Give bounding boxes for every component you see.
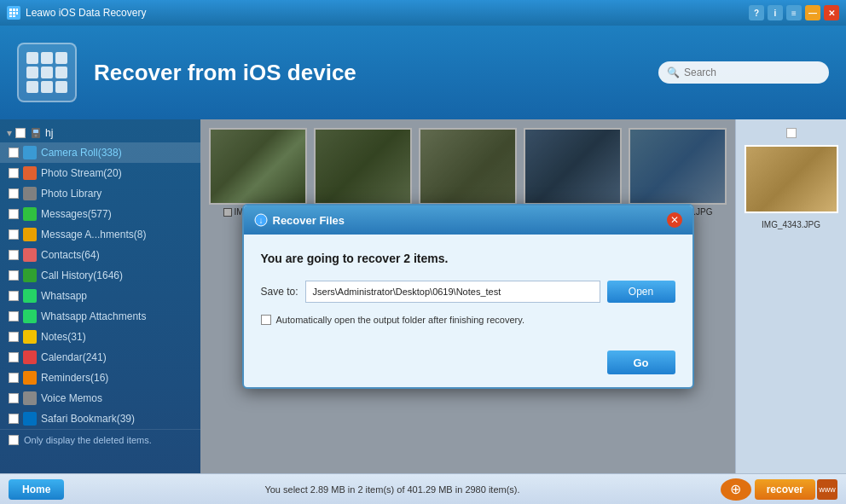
sidebar-item-voice-memos[interactable]: Voice Memos (0, 388, 200, 408)
svg-rect-7 (13, 15, 15, 17)
sidebar-item-safari-bookmark[interactable]: Safari Bookmark(39) (0, 408, 200, 429)
sidebar-item-contacts[interactable]: Contacts(64) (0, 245, 200, 265)
sidebar-item-camera-roll[interactable]: Camera Roll(338) (0, 142, 200, 163)
svg-rect-9 (33, 130, 38, 133)
sidebar: ▾ hj Camera Roll(338) Photo Stream(20) P… (0, 119, 200, 473)
contacts-icon (23, 248, 37, 262)
sidebar-label-messages: Messages(577) (41, 208, 112, 220)
sidebar-footer: Only display the deleted items. (0, 429, 200, 450)
save-path-display: Jsers\Administrator\Desktop\0619\Notes_t… (305, 281, 600, 303)
recover-area: ⊕ recover www (721, 478, 837, 501)
search-box[interactable]: 🔍 (658, 61, 829, 84)
auto-open-label: Automatically open the output folder aft… (276, 315, 524, 325)
library-icon (23, 187, 37, 200)
sidebar-item-reminders[interactable]: Reminders(16) (0, 368, 200, 388)
bottom-bar: Home You select 2.89 MB in 2 item(s) of … (0, 473, 846, 504)
calendar-icon (23, 350, 37, 364)
sidebar-item-whatsapp-attachments[interactable]: Whatsapp Attachments (0, 306, 200, 327)
sidebar-item-message-attachments[interactable]: Message A...hments(8) (0, 224, 200, 245)
sidebar-label-whatsapp: Whatsapp (41, 290, 87, 302)
right-panel-checkbox[interactable] (786, 128, 797, 138)
sidebar-item-messages[interactable]: Messages(577) (0, 204, 200, 224)
sidebar-item-calendar[interactable]: Calendar(241) (0, 347, 200, 368)
svg-point-10 (35, 135, 38, 137)
messages-icon (23, 207, 37, 221)
sidebar-item-whatsapp[interactable]: Whatsapp (0, 286, 200, 306)
msg-att-icon (23, 228, 37, 241)
recover-files-modal: ↓ Recover Files ✕ You are going to recov… (242, 204, 694, 389)
header-icon-box (17, 43, 77, 102)
sidebar-item-photo-stream[interactable]: Photo Stream(20) (0, 163, 200, 183)
svg-rect-3 (9, 12, 12, 14)
main-area: ▾ hj Camera Roll(338) Photo Stream(20) P… (0, 119, 846, 473)
notes-icon (23, 330, 37, 344)
svg-rect-5 (16, 12, 18, 14)
recover-button[interactable]: recover (755, 479, 815, 500)
call-icon (23, 269, 37, 282)
right-panel-label: IMG_4343.JPG (762, 220, 820, 229)
sidebar-label-reminders: Reminders(16) (41, 372, 108, 384)
sidebar-label-camera-roll: Camera Roll(338) (41, 147, 122, 159)
auto-open-checkbox[interactable] (261, 315, 271, 325)
page-title: Recover from iOS device (94, 60, 356, 86)
sidebar-label-calendar: Calendar(241) (41, 351, 107, 363)
svg-rect-1 (13, 9, 15, 11)
modal-title: ↓ Recover Files (254, 213, 345, 227)
svg-rect-4 (13, 12, 15, 14)
sidebar-label-notes: Notes(31) (41, 331, 86, 343)
app-icon (7, 6, 20, 20)
sidebar-device-header: ▾ hj (0, 124, 200, 142)
camera-icon (23, 146, 37, 159)
close-button[interactable]: ✕ (824, 5, 839, 20)
help-button[interactable]: ? (749, 5, 764, 20)
whatsapp-att-icon (23, 310, 37, 323)
open-folder-button[interactable]: Open (607, 281, 675, 303)
window-controls: ? i ≡ — ✕ (749, 5, 839, 20)
sidebar-label-contacts: Contacts(64) (41, 249, 100, 261)
minimize-button[interactable]: — (805, 5, 820, 20)
status-text: You select 2.89 MB in 2 item(s) of 401.2… (264, 484, 519, 495)
recover-icon-circle: ⊕ (721, 478, 751, 501)
modal-close-button[interactable]: ✕ (667, 212, 682, 228)
info-button[interactable]: i (768, 5, 783, 20)
deleted-items-label: Only display the deleted items. (24, 435, 152, 445)
deleted-items-checkbox[interactable] (9, 435, 19, 445)
svg-rect-0 (9, 9, 12, 11)
sidebar-label-whatsapp-att: Whatsapp Attachments (41, 310, 146, 322)
sidebar-label-msg-att: Message A...hments(8) (41, 229, 146, 240)
search-input[interactable] (684, 67, 812, 78)
sidebar-label-photo-library: Photo Library (41, 188, 101, 200)
sidebar-label-safari-bookmark: Safari Bookmark(39) (41, 413, 135, 425)
modal-overlay: ↓ Recover Files ✕ You are going to recov… (200, 119, 735, 473)
modal-body: You are going to recover 2 items. Save t… (244, 235, 692, 342)
stream-icon (23, 166, 37, 180)
save-to-label: Save to: (261, 286, 298, 298)
sidebar-item-notes[interactable]: Notes(31) (0, 327, 200, 347)
svg-rect-6 (9, 15, 12, 17)
settings-button[interactable]: ≡ (786, 5, 802, 20)
right-panel-image[interactable] (745, 145, 838, 213)
search-icon: 🔍 (667, 67, 680, 78)
go-button[interactable]: Go (607, 350, 675, 374)
sidebar-item-call-history[interactable]: Call History(1646) (0, 265, 200, 286)
app-title: Leawo iOS Data Recovery (26, 7, 146, 19)
svg-rect-2 (16, 9, 18, 11)
watermark-box: www (817, 479, 837, 500)
device-icon (26, 52, 67, 93)
svg-text:↓: ↓ (258, 216, 263, 225)
reminders-icon (23, 371, 37, 385)
whatsapp-icon (23, 289, 37, 303)
title-bar: Leawo iOS Data Recovery ? i ≡ — ✕ (0, 0, 846, 26)
device-label: hj (45, 127, 53, 139)
sidebar-label-call-history: Call History(1646) (41, 269, 123, 281)
safari-icon (23, 412, 37, 426)
auto-open-row: Automatically open the output folder aft… (261, 315, 675, 325)
sidebar-item-photo-library[interactable]: Photo Library (0, 183, 200, 204)
modal-header: ↓ Recover Files ✕ (244, 206, 692, 235)
modal-message: You are going to recover 2 items. (261, 252, 675, 265)
home-button[interactable]: Home (9, 479, 64, 500)
right-panel: IMG_4343.JPG (735, 119, 846, 473)
modal-footer: Go (244, 342, 692, 387)
sidebar-label-voice-memos: Voice Memos (41, 392, 102, 404)
sidebar-label-photo-stream: Photo Stream(20) (41, 167, 122, 179)
